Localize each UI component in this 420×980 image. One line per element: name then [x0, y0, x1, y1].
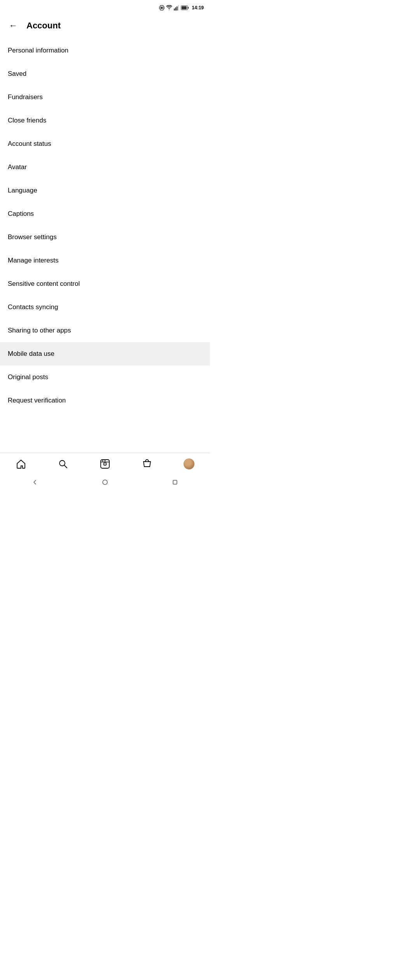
menu-item-original-posts[interactable]: Original posts: [0, 366, 210, 389]
menu-item-label-saved: Saved: [8, 70, 26, 77]
page-title: Account: [26, 21, 61, 31]
status-bar: 14:19: [0, 0, 210, 14]
status-icons: 14:19: [159, 5, 204, 11]
nav-shop[interactable]: [137, 454, 157, 474]
svg-rect-1: [161, 7, 163, 9]
svg-rect-4: [174, 9, 175, 10]
home-icon: [16, 459, 26, 469]
svg-rect-20: [173, 480, 177, 484]
menu-item-label-language: Language: [8, 187, 37, 194]
menu-item-manage-interests[interactable]: Manage interests: [0, 249, 210, 272]
signal-icon: [174, 5, 179, 10]
menu-item-account-status[interactable]: Account status: [0, 132, 210, 156]
svg-rect-9: [182, 6, 187, 9]
profile-avatar: [184, 458, 194, 469]
menu-item-captions[interactable]: Captions: [0, 202, 210, 226]
menu-item-label-account-status: Account status: [8, 140, 51, 147]
back-button[interactable]: ←: [6, 19, 20, 33]
nav-search[interactable]: [53, 454, 73, 474]
android-back-btn[interactable]: [31, 478, 39, 486]
menu-item-label-request-verification: Request verification: [8, 397, 66, 404]
nav-profile[interactable]: [179, 454, 199, 474]
reels-icon: [100, 459, 110, 469]
svg-point-17: [102, 460, 103, 461]
menu-item-label-personal-information: Personal information: [8, 47, 68, 54]
svg-rect-5: [175, 7, 177, 10]
menu-list: Personal informationSavedFundraisersClos…: [0, 39, 210, 412]
menu-item-personal-information[interactable]: Personal information: [0, 39, 210, 62]
menu-item-close-friends[interactable]: Close friends: [0, 109, 210, 132]
menu-item-label-sensitive-content-control: Sensitive content control: [8, 280, 80, 287]
search-icon: [58, 459, 68, 469]
svg-point-18: [105, 460, 106, 461]
menu-item-avatar[interactable]: Avatar: [0, 156, 210, 179]
svg-rect-7: [178, 5, 179, 10]
svg-point-15: [105, 463, 106, 464]
nav-reels[interactable]: [95, 454, 115, 474]
nav-home[interactable]: [11, 454, 31, 474]
header: ← Account: [0, 14, 210, 39]
menu-item-contacts-syncing[interactable]: Contacts syncing: [0, 296, 210, 319]
menu-item-label-captions: Captions: [8, 210, 34, 217]
android-nav-bar: [0, 476, 210, 490]
svg-point-19: [103, 480, 107, 485]
wifi-icon: [166, 5, 172, 10]
bottom-nav: [0, 453, 210, 474]
svg-line-12: [65, 465, 67, 468]
menu-item-label-contacts-syncing: Contacts syncing: [8, 303, 58, 311]
menu-item-label-fundraisers: Fundraisers: [8, 93, 43, 101]
svg-rect-6: [177, 7, 178, 11]
menu-item-label-browser-settings: Browser settings: [8, 233, 57, 241]
android-home-btn[interactable]: [101, 478, 109, 486]
svg-rect-10: [188, 7, 189, 9]
menu-item-sharing-to-other-apps[interactable]: Sharing to other apps: [0, 319, 210, 342]
menu-item-label-mobile-data-use: Mobile data use: [8, 350, 54, 357]
menu-item-fundraisers[interactable]: Fundraisers: [0, 86, 210, 109]
menu-item-label-sharing-to-other-apps: Sharing to other apps: [8, 327, 71, 334]
menu-item-label-original-posts: Original posts: [8, 373, 48, 381]
menu-item-saved[interactable]: Saved: [0, 62, 210, 86]
battery-icon: [181, 5, 189, 10]
back-arrow-icon: ←: [9, 21, 18, 30]
menu-item-label-manage-interests: Manage interests: [8, 257, 58, 264]
android-recents-btn[interactable]: [171, 478, 179, 486]
menu-item-sensitive-content-control[interactable]: Sensitive content control: [0, 272, 210, 296]
menu-item-mobile-data-use[interactable]: Mobile data use: [0, 342, 210, 366]
menu-item-label-avatar: Avatar: [8, 163, 27, 171]
menu-item-request-verification[interactable]: Request verification: [0, 389, 210, 412]
menu-item-browser-settings[interactable]: Browser settings: [0, 226, 210, 249]
shop-icon: [142, 459, 152, 469]
status-time: 14:19: [192, 5, 204, 10]
menu-item-label-close-friends: Close friends: [8, 117, 46, 124]
menu-item-language[interactable]: Language: [0, 179, 210, 202]
vibrate-icon: [159, 5, 164, 11]
